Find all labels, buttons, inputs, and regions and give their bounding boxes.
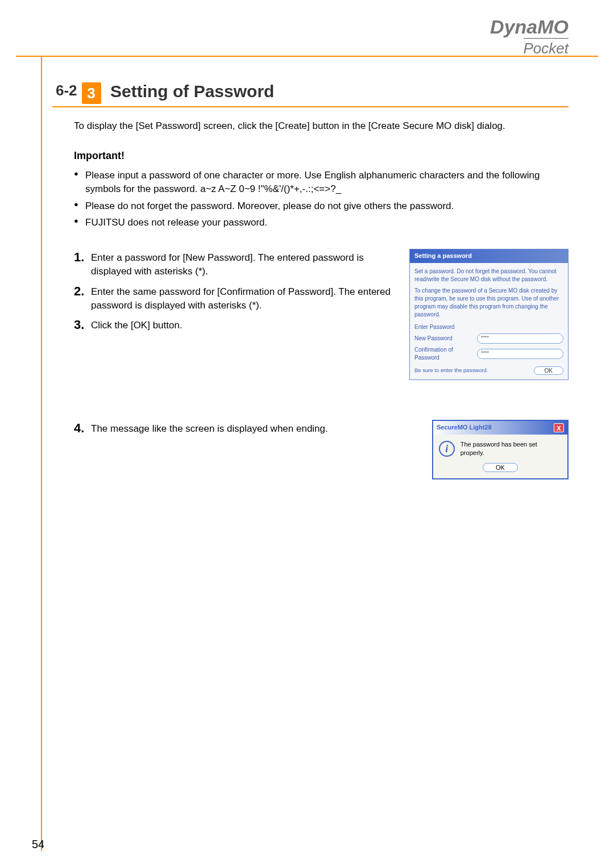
fieldset-label: Enter Password bbox=[414, 323, 563, 331]
page-header: DynaMO Pocket bbox=[490, 16, 569, 57]
close-icon[interactable]: X bbox=[554, 423, 564, 432]
step-item: 4. The message like the screen is displa… bbox=[74, 420, 415, 437]
step-number: 3. bbox=[74, 316, 91, 334]
dialog-title-text: SecureMO Light28 bbox=[437, 423, 492, 432]
step-item: 1. Enter a password for [New Password]. … bbox=[74, 249, 404, 278]
section-badge-number: 3 bbox=[82, 82, 101, 104]
brand-line-1: DynaMO bbox=[490, 16, 569, 38]
step-item: 2. Enter the same password for [Confirma… bbox=[74, 283, 404, 312]
header-rule bbox=[16, 56, 598, 57]
ok-button[interactable]: OK bbox=[483, 463, 518, 472]
dialog-paragraph: Set a password. Do not forget the passwo… bbox=[414, 268, 563, 283]
important-bullet: FUJITSU does not release your password. bbox=[74, 216, 569, 229]
section-underline bbox=[52, 106, 569, 107]
section-title: Setting of Password bbox=[110, 82, 274, 101]
field-row-confirm-password: Confirmation of Password **** bbox=[414, 346, 563, 362]
important-label: Important! bbox=[74, 149, 569, 163]
new-password-input[interactable]: **** bbox=[477, 333, 563, 344]
field-label: Confirmation of Password bbox=[414, 346, 477, 362]
important-bullet: Please do not forget the password. Moreo… bbox=[74, 199, 569, 213]
step-item: 3. Click the [OK] button. bbox=[74, 316, 404, 334]
dialog-message: The password has been set properly. bbox=[460, 440, 562, 458]
important-bullet: Please input a password of one character… bbox=[74, 169, 569, 196]
section-heading: 6-23 Setting of Password bbox=[52, 80, 569, 107]
confirm-password-input[interactable]: **** bbox=[477, 349, 563, 359]
dialog-paragraph: To change the password of a Secure MO di… bbox=[414, 287, 563, 319]
section-badge: 6-23 bbox=[52, 80, 101, 104]
step-number: 2. bbox=[74, 283, 91, 301]
ok-button[interactable]: OK bbox=[534, 366, 563, 375]
info-icon: i bbox=[439, 441, 455, 457]
important-list: Please input a password of one character… bbox=[74, 169, 569, 229]
dialog-titlebar: SecureMO Light28 X bbox=[433, 421, 567, 435]
dialog-title: Setting a password bbox=[410, 249, 568, 262]
intro-text: To display the [Set Password] screen, cl… bbox=[74, 119, 569, 133]
field-label: New Password bbox=[414, 335, 477, 343]
dialog-note: Be sure to enter the password. bbox=[414, 366, 488, 374]
field-row-new-password: New Password **** bbox=[414, 333, 563, 344]
page-number: 54 bbox=[32, 838, 44, 851]
step-number: 4. bbox=[74, 420, 91, 437]
dialog-set-password: Setting a password Set a password. Do no… bbox=[409, 249, 569, 379]
content-area: To display the [Set Password] screen, cl… bbox=[74, 119, 569, 479]
step-number: 1. bbox=[74, 249, 91, 266]
step-text: The message like the screen is displayed… bbox=[91, 420, 415, 436]
step-text: Click the [OK] button. bbox=[91, 316, 404, 332]
dialog-confirmation: SecureMO Light28 X i The password has be… bbox=[432, 420, 569, 479]
section-badge-prefix: 6-2 bbox=[52, 80, 81, 102]
brand-line-2: Pocket bbox=[524, 38, 569, 57]
step-text: Enter a password for [New Password]. The… bbox=[91, 249, 404, 278]
left-margin-rule bbox=[41, 57, 42, 851]
step-text: Enter the same password for [Confirmatio… bbox=[91, 283, 404, 312]
steps-block: 1. Enter a password for [New Password]. … bbox=[74, 249, 569, 479]
